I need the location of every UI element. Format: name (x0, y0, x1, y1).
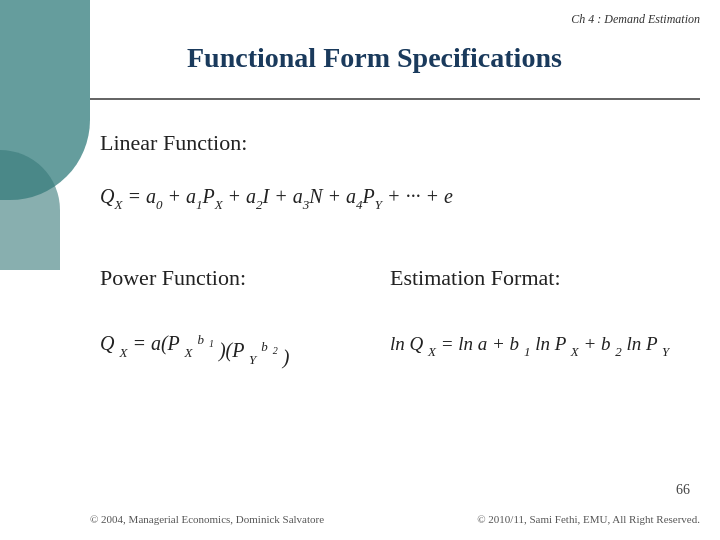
chapter-label: Ch 4 : Demand Estimation (571, 12, 700, 27)
footer-right: © 2010/11, Sami Fethi, EMU, All Right Re… (477, 513, 700, 525)
linear-formula: QX = a0 + a1PX + a2I + a3N + a4PY + ··· … (100, 175, 520, 215)
estimation-format-label: Estimation Format: (390, 265, 561, 291)
main-title: Functional Form Specifications (187, 42, 562, 74)
title-divider (90, 98, 700, 100)
slide: Ch 4 : Demand Estimation Functional Form… (0, 0, 720, 540)
svg-text:QX = a0 + a1PX + a2I + a3N + a: QX = a0 + a1PX + a2I + a3N + a4PY + ··· … (100, 185, 453, 212)
svg-text:ln Q
        X
         = ln a: ln Q X = ln a + b 1 ln P X + b 2 ln P Y (390, 333, 670, 360)
power-function-label: Power Function: (100, 265, 246, 291)
svg-text:Q
        X
         = a(P
   : Q X = a(P X b 1 )(P Y b 2 ) (100, 326, 290, 369)
page-number: 66 (676, 482, 690, 498)
estimation-formula: ln Q X = ln a + b 1 ln P X + b 2 ln P Y (390, 318, 670, 370)
power-formula: Q X = a(P X b 1 )(P Y b 2 ) (100, 318, 320, 370)
linear-function-label: Linear Function: (100, 130, 247, 156)
footer-left: © 2004, Managerial Economics, Dominick S… (90, 513, 324, 525)
